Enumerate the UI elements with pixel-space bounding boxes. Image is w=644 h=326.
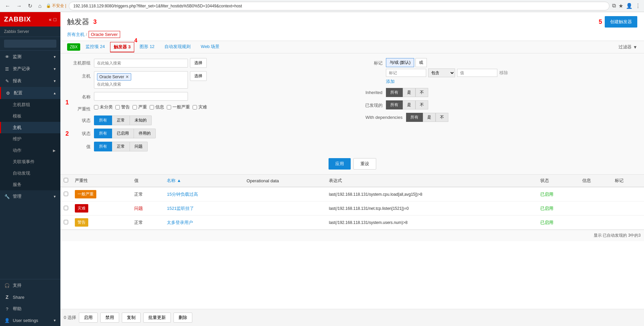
deps-yes-btn[interactable]: 是 <box>423 113 436 122</box>
tag-and-or-default-btn[interactable]: 与/或 (默认) <box>386 58 414 67</box>
tab-discovery-rules[interactable]: 自动发现规则 <box>160 41 195 53</box>
inherited-all-btn[interactable]: 所有 <box>386 88 403 97</box>
back-button[interactable]: ← <box>3 2 12 10</box>
sev-info-checkbox[interactable] <box>150 105 154 109</box>
tab-triggers[interactable]: 触发器 3 4 <box>110 42 134 52</box>
sev-average-checkbox[interactable] <box>167 105 171 109</box>
sidebar-item-user-settings[interactable]: 👤 User settings ▼ <box>0 315 60 326</box>
profile-icon[interactable]: 👤 <box>626 3 633 9</box>
sidebar-item-reports[interactable]: ✎ 报表 ▼ <box>0 75 60 87</box>
sidebar-item-monitor[interactable]: 👁 监测 ▼ <box>0 51 60 63</box>
tab-graphs[interactable]: 图形 12 <box>135 41 159 53</box>
sidebar-item-actions[interactable]: 动作 ► <box>0 145 60 156</box>
discovered-yes-btn[interactable]: 是 <box>403 100 415 109</box>
select-all-checkbox[interactable] <box>64 178 68 182</box>
row-checkbox-2[interactable] <box>64 206 68 210</box>
bookmark-icon[interactable]: ★ <box>618 3 623 9</box>
sidebar-item-discovery[interactable]: 自动发现 <box>0 168 60 179</box>
host-select-btn[interactable]: 选择 <box>190 71 207 81</box>
state-enabled-btn[interactable]: 已启用 <box>112 129 134 138</box>
sidebar-item-help[interactable]: ? 帮助 <box>0 303 60 315</box>
host-group-input[interactable] <box>94 59 188 67</box>
status-2[interactable]: 已启用 <box>540 206 553 211</box>
collapse-icon[interactable]: « <box>49 17 52 22</box>
home-button[interactable]: ⌂ <box>37 2 43 10</box>
tag-condition-select[interactable]: 包含 等于 不包含 <box>428 68 455 77</box>
trigger-name-link-3[interactable]: 太多登录用户 <box>167 220 193 225</box>
url-warning: 🔒 不安全 | <box>46 3 66 9</box>
discovered-no-btn[interactable]: 不 <box>415 100 428 109</box>
value-normal-btn[interactable]: 正常 <box>112 142 130 151</box>
sidebar-item-hostgroups[interactable]: 主机群组 <box>0 99 60 110</box>
trigger-name-link-1[interactable]: 15分钟负载过高 <box>167 192 198 197</box>
state-disabled-btn[interactable]: 停用的 <box>134 129 156 138</box>
trigger-name-link-2[interactable]: 1521监听挂了 <box>167 206 194 211</box>
sidebar-item-assets[interactable]: ☰ 资产记录 ▼ <box>0 63 60 75</box>
enable-button[interactable]: 启用 <box>79 313 98 323</box>
status-3[interactable]: 已启用 <box>540 220 553 225</box>
disable-button[interactable]: 禁用 <box>100 313 119 323</box>
sev-disaster-checkbox[interactable] <box>193 105 197 109</box>
value-problem-btn[interactable]: 问题 <box>130 142 148 151</box>
deps-no-btn[interactable]: 不 <box>436 113 448 122</box>
host-tag-remove-icon[interactable]: ✕ <box>126 75 129 79</box>
sev-severe-checkbox[interactable] <box>133 105 137 109</box>
sidebar-search-input[interactable] <box>4 40 56 48</box>
sidebar-item-share[interactable]: Z Share <box>0 291 60 303</box>
sidebar-item-hosts[interactable]: 主机 <box>0 122 60 133</box>
host-search-input[interactable] <box>97 82 185 87</box>
status-1[interactable]: 已启用 <box>540 192 553 197</box>
tag-value-input[interactable] <box>457 69 497 77</box>
inherited-no-btn[interactable]: 不 <box>415 88 428 97</box>
tag-or-btn[interactable]: 或 <box>415 58 427 67</box>
breadcrumb-current-host[interactable]: Oracle Server <box>89 31 120 38</box>
filter-icon[interactable]: ▼ <box>633 45 637 50</box>
sidebar-item-correlations[interactable]: 关联项事件 <box>0 156 60 168</box>
tag-remove-link[interactable]: 移除 <box>499 70 508 76</box>
sidebar-logo[interactable]: ZABBIX « □ <box>0 12 60 27</box>
sidebar-item-support[interactable]: 🎧 支持 <box>0 279 60 291</box>
reload-button[interactable]: ↻ <box>26 2 34 10</box>
sev-unclassified-checkbox[interactable] <box>94 105 98 109</box>
delete-button[interactable]: 删除 <box>174 313 192 323</box>
deps-all-btn[interactable]: 所有 <box>406 113 423 122</box>
status-normal-btn[interactable]: 正常 <box>112 115 130 125</box>
tag-name-input[interactable] <box>386 69 426 77</box>
add-tag-link[interactable]: 添加 <box>386 79 508 85</box>
host-group-select-btn[interactable]: 选择 <box>190 58 207 68</box>
expression-3: last(/192.168.118.131/system.users.num)>… <box>329 220 407 225</box>
apply-button[interactable]: 应用 <box>329 158 351 170</box>
sev-warning-checkbox[interactable] <box>115 105 120 109</box>
tab-monitoring[interactable]: 监控项 24 <box>81 41 109 53</box>
col-name: 名称 ▲ <box>163 175 243 187</box>
bulk-update-button[interactable]: 批量更新 <box>143 313 171 323</box>
reset-button[interactable]: 重设 <box>353 158 376 170</box>
breadcrumb-all-hosts[interactable]: 所有主机 <box>67 32 85 38</box>
forward-button[interactable]: → <box>15 2 23 10</box>
inherited-yes-btn[interactable]: 是 <box>403 88 415 97</box>
value-all-btn[interactable]: 所有 <box>94 142 112 151</box>
col-status: 状态 <box>537 175 579 187</box>
discovered-all-btn[interactable]: 所有 <box>386 100 403 109</box>
state-all-btn[interactable]: 所有 <box>94 129 112 138</box>
status-all-btn[interactable]: 所有 <box>94 115 112 125</box>
sidebar-item-admin[interactable]: 🔧 管理 ▼ <box>0 190 60 202</box>
tab-zbx[interactable]: ZBX <box>67 43 80 51</box>
sidebar-item-templates[interactable]: 模板 <box>0 110 60 122</box>
sidebar-item-services[interactable]: 服务 <box>0 179 60 190</box>
row-checkbox-1[interactable] <box>64 192 68 196</box>
name-input[interactable] <box>94 92 188 101</box>
sidebar-item-config[interactable]: ⚙ 配置 ▲ <box>0 87 60 99</box>
extensions-icon[interactable]: ⧉ <box>612 3 616 9</box>
filter-label: 过滤器 <box>618 44 632 50</box>
sidebar-item-label-monitor: 监测 <box>13 54 21 60</box>
sidebar-item-maintenance[interactable]: 维护 <box>0 133 60 145</box>
url-input[interactable] <box>69 2 609 10</box>
row-checkbox-3[interactable] <box>64 220 68 224</box>
tab-web[interactable]: Web 场景 <box>196 41 224 53</box>
menu-icon[interactable]: ⋮ <box>635 3 641 9</box>
expand-icon[interactable]: □ <box>54 17 56 22</box>
copy-button[interactable]: 复制 <box>122 313 141 323</box>
create-trigger-button[interactable]: 创建触发器 <box>605 16 637 28</box>
status-unknown-btn[interactable]: 未知的 <box>130 115 152 125</box>
